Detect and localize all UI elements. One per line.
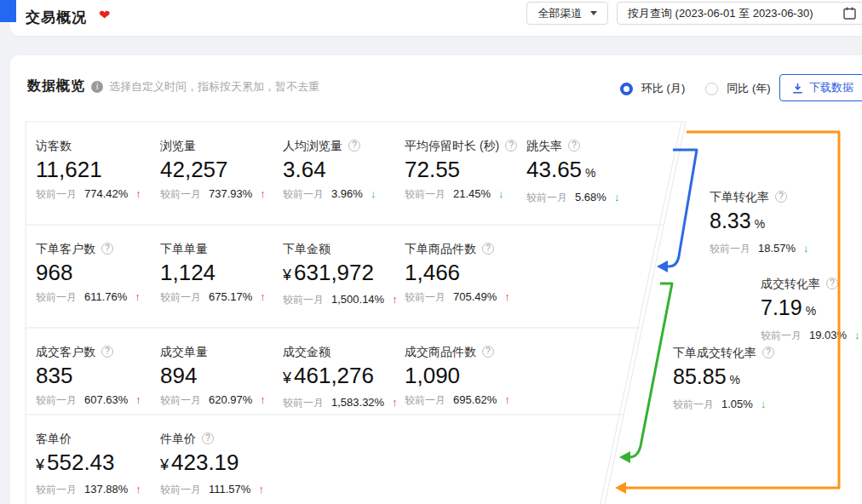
metric-label: 跳失率? (526, 137, 697, 154)
arrow-up-icon: ↑ (135, 186, 141, 202)
metric-value: 1,466 (405, 259, 526, 286)
radio-mom-label[interactable]: 环比 (月) (641, 81, 685, 96)
help-icon[interactable]: ? (568, 140, 580, 152)
metric-label: 成交商品件数? (405, 343, 526, 360)
metric-card: 客单价¥552.43较前一月137.88%↑ (36, 415, 160, 497)
page-title: 交易概况 (26, 8, 87, 27)
metric-change: 较前一月695.62%↑ (405, 392, 526, 408)
metric-label: 下单单量 (160, 240, 283, 257)
metric-card: 成交转化率?7.19%较前一月19.03%↓ (761, 275, 860, 343)
metric-label: 下单商品件数? (405, 240, 526, 257)
metric-change: 较前一月21.45%↓ (405, 186, 526, 202)
download-label: 下载数据 (809, 80, 853, 95)
metric-change: 较前一月19.03%↓ (761, 328, 860, 343)
metric-change: 较前一月607.63%↑ (36, 392, 160, 408)
metric-card: 成交商品件数?1,090较前一月695.62%↑ (405, 328, 526, 410)
arrow-up-icon: ↑ (135, 289, 141, 305)
help-icon[interactable]: ? (826, 278, 838, 289)
metric-label: 件单价? (160, 430, 283, 447)
metric-card: 件单价?¥423.19较前一月111.57%↑ (160, 415, 283, 497)
metric-change: 较前一月3.96%↓ (283, 186, 405, 202)
info-icon[interactable]: i (91, 81, 103, 93)
metric-change: 较前一月774.42%↑ (36, 186, 160, 202)
metric-value: ¥552.43 (36, 449, 160, 478)
channel-select-label: 全部渠道 (538, 6, 583, 21)
metric-label: 成交客户数? (36, 343, 160, 360)
metric-value: 968 (36, 259, 160, 286)
funnel-order-conversion: 下单转化率?8.33%较前一月18.57%↓ (710, 188, 809, 256)
metric-value: 42,257 (160, 156, 283, 183)
help-icon[interactable]: ? (101, 346, 113, 358)
metric-card: 跳失率?43.65%较前一月5.68%↓ (526, 122, 697, 205)
download-data-button[interactable]: 下载数据 (779, 74, 862, 101)
overview-title: 数据概览 (27, 77, 85, 95)
metric-row-traffic: 访客数11,621较前一月774.42%↑浏览量42,257较前一月737.93… (36, 122, 697, 205)
metric-label: 下单金额 (283, 240, 405, 257)
radio-mom[interactable] (620, 83, 633, 95)
arrow-down-icon: ↓ (614, 190, 620, 205)
page: 交易概况 ❤ 全部渠道 按月查询 (2023-06-01 至 2023-06-3… (0, 0, 862, 504)
metric-card: 成交单量894较前一月620.97%↑ (160, 328, 283, 410)
help-icon[interactable]: ? (101, 243, 113, 255)
help-icon[interactable]: ? (348, 140, 360, 152)
calendar-icon[interactable] (843, 7, 856, 20)
metric-value: 7.19% (761, 294, 860, 324)
metric-label: 浏览量 (160, 137, 283, 154)
metric-label: 成交金额 (283, 343, 405, 360)
metric-label: 下单客户数? (36, 240, 160, 257)
metric-label: 成交转化率? (761, 275, 860, 292)
help-icon[interactable]: ? (202, 432, 214, 444)
metric-label: 成交单量 (160, 343, 283, 360)
metric-card: 下单商品件数?1,466较前一月705.49%↑ (405, 225, 526, 307)
arrow-down-icon: ↓ (854, 328, 860, 343)
metric-card: 下单转化率?8.33%较前一月18.57%↓ (710, 188, 809, 256)
overview-hint: 选择自定义时间，指标按天累加，暂不去重 (109, 79, 319, 94)
overview-header: 数据概览 i 选择自定义时间，指标按天累加，暂不去重 (27, 77, 319, 95)
radio-yoy[interactable] (705, 83, 718, 95)
funnel-deal-conversion: 成交转化率?7.19%较前一月19.03%↓ (761, 275, 860, 343)
metric-value: 1,124 (160, 259, 283, 286)
metric-value: 835 (36, 362, 160, 389)
metric-card: 成交金额¥461,276较前一月1,583.32%↑ (283, 328, 405, 410)
chevron-down-icon (590, 11, 597, 15)
metric-label: 人均浏览量? (283, 137, 405, 154)
metric-change: 较前一月675.17%↑ (160, 289, 283, 305)
arrow-down-icon: ↓ (371, 186, 376, 202)
arrow-down-icon: ↓ (498, 186, 504, 202)
metric-change: 较前一月1,500.14%↑ (283, 292, 405, 307)
metric-change: 较前一月611.76%↑ (36, 289, 160, 305)
download-icon (792, 83, 803, 94)
help-icon[interactable]: ? (505, 140, 517, 152)
metric-change: 较前一月737.93%↑ (160, 186, 283, 202)
date-range-label: 按月查询 (2023-06-01 至 2023-06-30) (628, 6, 813, 21)
compare-mode-controls: 环比 (月) 同比 (年) (620, 81, 783, 96)
metric-change: 较前一月1,583.32%↑ (283, 395, 405, 410)
metric-row-deal: 成交客户数?835较前一月607.63%↑成交单量894较前一月620.97%↑… (36, 328, 526, 410)
metric-change: 较前一月111.57%↑ (160, 482, 283, 497)
metric-value: 85.85% (673, 363, 774, 393)
metric-change: 较前一月137.88%↑ (36, 482, 160, 497)
help-icon[interactable]: ? (775, 191, 787, 203)
corner-accent (0, 0, 16, 22)
arrow-down-icon: ↓ (761, 397, 767, 412)
arrow-up-icon: ↑ (135, 392, 141, 408)
metric-label: 访客数 (36, 137, 160, 154)
metric-card: 访客数11,621较前一月774.42%↑ (36, 122, 160, 205)
help-icon[interactable]: ? (482, 243, 494, 255)
metric-change: 较前一月5.68%↓ (526, 190, 697, 205)
date-range-picker[interactable]: 按月查询 (2023-06-01 至 2023-06-30) (617, 2, 862, 25)
metric-card: 浏览量42,257较前一月737.93%↑ (160, 122, 283, 205)
metric-value: ¥631,972 (283, 259, 405, 289)
help-icon[interactable]: ? (762, 346, 774, 358)
metric-value: 1,090 (405, 362, 526, 389)
metric-row-price: 客单价¥552.43较前一月137.88%↑件单价?¥423.19较前一月111… (36, 415, 283, 497)
metric-value: 8.33% (710, 207, 809, 238)
arrow-up-icon: ↑ (135, 482, 141, 497)
favorite-heart-icon[interactable]: ❤ (99, 7, 110, 23)
metric-card: 下单单量1,124较前一月675.17%↑ (160, 225, 283, 307)
help-icon[interactable]: ? (482, 346, 494, 358)
channel-select-dropdown[interactable]: 全部渠道 (526, 2, 608, 25)
radio-yoy-label[interactable]: 同比 (年) (727, 81, 770, 96)
arrow-up-icon: ↑ (392, 292, 398, 307)
metric-value: 894 (160, 362, 283, 389)
